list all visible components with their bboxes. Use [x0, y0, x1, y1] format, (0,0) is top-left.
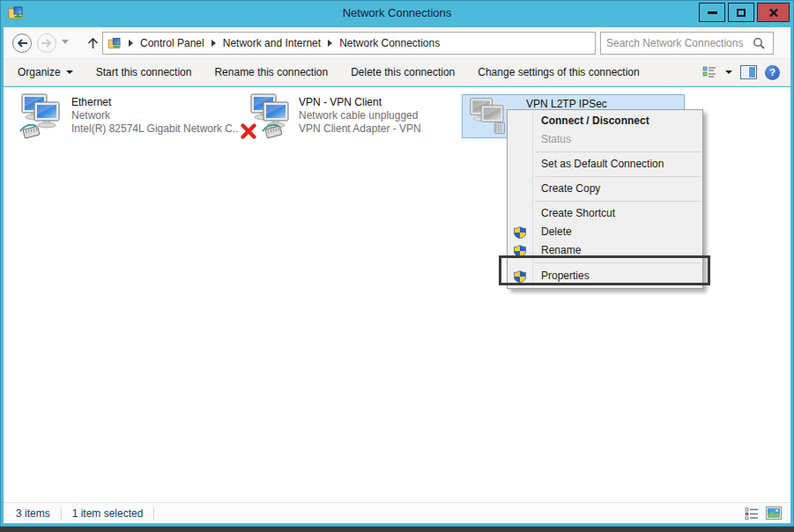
- delete-connection-button[interactable]: Delete this connection: [351, 66, 455, 78]
- command-bar: Organize Start this connection Rename th…: [4, 58, 790, 86]
- breadcrumb-network-connections[interactable]: Network Connections: [338, 33, 441, 53]
- change-view-dropdown-icon[interactable]: [725, 70, 732, 74]
- menu-item-delete-label: Delete: [541, 225, 572, 238]
- breadcrumb-separator: [211, 40, 216, 47]
- rename-connection-button[interactable]: Rename this connection: [214, 66, 328, 78]
- preview-pane-icon[interactable]: [740, 65, 757, 79]
- close-icon: [768, 8, 779, 18]
- vpn-client-text: VPN - VPN Client Network cable unplugged…: [299, 92, 421, 136]
- maximize-icon: [737, 9, 746, 17]
- rename-connection-label: Rename this connection: [214, 66, 328, 78]
- change-settings-button[interactable]: Change settings of this connection: [478, 66, 639, 78]
- connection-device: Intel(R) 82574L Gigabit Network C...: [71, 122, 240, 136]
- maximize-button[interactable]: [728, 3, 754, 22]
- connection-item-ethernet[interactable]: Ethernet Network Intel(R) 82574L Gigabit…: [18, 92, 240, 140]
- status-bar: 3 items 1 item selected: [4, 502, 790, 523]
- menu-item-create-copy[interactable]: Create Copy: [508, 180, 702, 198]
- large-icons-view-icon[interactable]: [766, 506, 782, 520]
- menu-separator: [535, 151, 701, 152]
- menu-item-connect-disconnect[interactable]: Connect / Disconnect: [508, 112, 702, 130]
- organize-label: Organize: [18, 66, 61, 78]
- connection-status: Network cable unplugged: [299, 109, 421, 122]
- connection-item-vpn-client[interactable]: VPN - VPN Client Network cable unplugged…: [245, 92, 467, 140]
- forward-arrow-icon: [41, 38, 53, 48]
- connection-device: VPN Client Adapter - VPN: [299, 122, 421, 136]
- help-icon[interactable]: [765, 65, 780, 80]
- address-bar[interactable]: Control Panel Network and Internet Netwo…: [102, 32, 596, 55]
- up-arrow-icon: [86, 36, 100, 50]
- search-icon[interactable]: [753, 37, 766, 50]
- navigation-bar: Control Panel Network and Internet Netwo…: [4, 27, 790, 58]
- menu-separator: [535, 176, 701, 177]
- change-settings-label: Change settings of this connection: [478, 66, 639, 78]
- window-controls: [699, 3, 790, 22]
- connections-list: Ethernet Network Intel(R) 82574L Gigabit…: [4, 87, 790, 502]
- close-button[interactable]: [757, 3, 790, 22]
- delete-connection-label: Delete this connection: [351, 66, 455, 78]
- breadcrumb-separator: [129, 40, 133, 47]
- search-box: [600, 32, 774, 55]
- menu-item-set-default[interactable]: Set as Default Connection: [508, 155, 702, 174]
- network-folder-icon: [7, 4, 25, 22]
- minimize-icon: [708, 11, 717, 14]
- breadcrumb-separator: [328, 40, 332, 47]
- breadcrumb-network-and-internet[interactable]: Network and Internet: [222, 33, 322, 53]
- vpn-client-connection-icon: [245, 92, 296, 140]
- status-bar-view-buttons: [745, 506, 782, 520]
- breadcrumb-control-panel[interactable]: Control Panel: [139, 33, 205, 53]
- unplugged-x-icon: [240, 122, 257, 140]
- up-button[interactable]: [83, 33, 102, 53]
- menu-separator: [535, 201, 701, 202]
- desktop-background: Network Connections: [0, 0, 794, 532]
- uac-shield-icon: [514, 270, 526, 283]
- connection-status: Network: [71, 109, 240, 122]
- items-count: 3 items: [16, 507, 50, 520]
- vpn-l2tp-connection-icon: [466, 97, 512, 137]
- search-input[interactable]: [601, 37, 753, 49]
- menu-separator: [535, 262, 701, 263]
- menu-item-rename-label: Rename: [541, 244, 581, 256]
- menu-item-rename[interactable]: Rename: [508, 241, 702, 260]
- menu-item-properties-label: Properties: [541, 270, 590, 282]
- window-title: Network Connections: [0, 0, 794, 26]
- organize-button[interactable]: Organize: [18, 66, 73, 78]
- recent-locations-dropdown[interactable]: [62, 40, 69, 44]
- menu-item-create-shortcut[interactable]: Create Shortcut: [508, 204, 702, 223]
- network-connections-window: Network Connections: [0, 0, 794, 527]
- uac-shield-icon: [514, 245, 526, 257]
- command-bar-right: [702, 59, 780, 85]
- menu-item-delete[interactable]: Delete: [508, 223, 702, 241]
- minimize-button[interactable]: [699, 3, 725, 22]
- chevron-down-icon: [66, 70, 73, 74]
- selection-count: 1 item selected: [72, 507, 144, 520]
- details-view-icon[interactable]: [745, 507, 759, 520]
- ethernet-text: Ethernet Network Intel(R) 82574L Gigabit…: [71, 92, 240, 136]
- status-divider: [61, 507, 62, 520]
- uac-shield-icon: [514, 226, 526, 239]
- change-view-icon[interactable]: [702, 66, 717, 79]
- back-button[interactable]: [12, 33, 32, 53]
- menu-item-status: Status: [508, 130, 702, 149]
- address-location-icon: [107, 36, 122, 51]
- connection-name: Ethernet: [71, 95, 240, 109]
- forward-button[interactable]: [37, 33, 56, 53]
- ethernet-connection-icon: [18, 92, 69, 140]
- start-connection-label: Start this connection: [96, 66, 192, 78]
- context-menu: Connect / Disconnect Status Set as Defau…: [507, 109, 703, 289]
- back-arrow-icon: [16, 38, 28, 48]
- menu-item-properties[interactable]: Properties: [508, 266, 702, 286]
- title-bar[interactable]: Network Connections: [0, 0, 794, 27]
- start-connection-button[interactable]: Start this connection: [96, 66, 192, 78]
- status-divider: [153, 507, 154, 520]
- connection-name: VPN - VPN Client: [299, 95, 421, 109]
